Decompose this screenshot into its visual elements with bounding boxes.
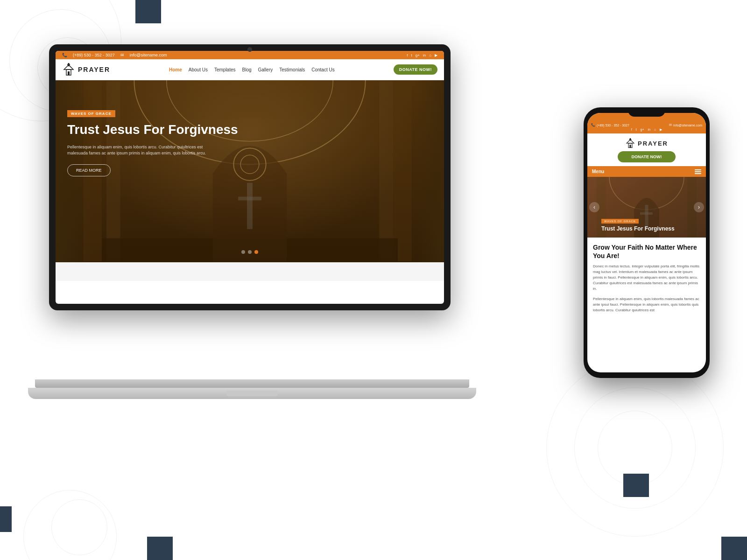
hamburger-line-2 bbox=[695, 171, 701, 172]
hamburger-line-1 bbox=[695, 169, 701, 170]
nav-gallery[interactable]: Gallery bbox=[258, 67, 273, 72]
p-twitter-icon[interactable]: t bbox=[636, 128, 637, 132]
phone-topbar-row1: 📞 (+89) 530 - 352 - 3027 ✉ info@sitename… bbox=[591, 123, 702, 127]
phone-logo-text: PRAYER bbox=[638, 140, 668, 147]
hero-pagination bbox=[241, 250, 258, 254]
hamburger-icon[interactable] bbox=[695, 169, 701, 174]
phone-church-icon bbox=[625, 138, 635, 148]
deco-circle-4 bbox=[546, 359, 724, 537]
phone-topbar-phone: 📞 (+89) 530 - 352 - 3027 bbox=[591, 123, 629, 127]
hero-dot-2[interactable] bbox=[248, 250, 252, 254]
laptop-device: 📞 (+89) 530 - 352 - 3027 ✉ info@sitename… bbox=[49, 44, 455, 399]
mail-icon: ✉ bbox=[669, 123, 672, 127]
read-more-button[interactable]: READ MORE bbox=[67, 164, 111, 176]
laptop-site-topbar: 📞 (+89) 530 - 352 - 3027 ✉ info@sitename… bbox=[56, 51, 444, 59]
svg-rect-27 bbox=[640, 212, 653, 215]
phone-content-area: Grow Your Faith No Matter Where You Are!… bbox=[587, 238, 706, 323]
site-logo: PRAYER bbox=[62, 63, 110, 76]
laptop-body: 📞 (+89) 530 - 352 - 3027 ✉ info@sitename… bbox=[49, 44, 451, 310]
p-gplus-icon[interactable]: g+ bbox=[641, 128, 644, 132]
phone-hero-prev-arrow[interactable]: ‹ bbox=[589, 202, 599, 212]
logo-text: PRAYER bbox=[78, 66, 110, 73]
phone-menu-bar: Menu bbox=[587, 166, 706, 177]
laptop-site-nav: PRAYER Home About Us Templates Blog Gall… bbox=[56, 59, 444, 80]
phone-logo-area: PRAYER DONATE NOW! bbox=[587, 133, 706, 166]
phone-body: 📞 (+89) 530 - 352 - 3027 ✉ info@sitename… bbox=[584, 107, 710, 378]
decorative-rect-2 bbox=[0, 506, 12, 532]
phone-content-text-2: Pellentesque in aliquam enim, quis lobor… bbox=[593, 296, 700, 313]
svg-rect-21 bbox=[629, 145, 631, 147]
hero-badge: WAVES OF GRACE bbox=[67, 110, 115, 117]
hero-title: Trust Jesus For Forgivness bbox=[67, 122, 238, 138]
nav-testimonials[interactable]: Testimonials bbox=[279, 67, 305, 72]
svg-rect-12 bbox=[238, 196, 261, 200]
phone-menu-label[interactable]: Menu bbox=[592, 169, 604, 174]
nav-contact[interactable]: Contact Us bbox=[311, 67, 334, 72]
p-rss-icon[interactable]: ⌂ bbox=[654, 128, 656, 132]
laptop-hero: WAVES OF GRACE Trust Jesus For Forgivnes… bbox=[56, 80, 444, 262]
phone-hero: ‹ › WAVES OF GRACE Trust Jesus For Forgi… bbox=[587, 177, 706, 238]
hamburger-line-3 bbox=[695, 173, 701, 174]
topbar-phone: (+89) 530 - 352 - 3027 bbox=[73, 53, 115, 57]
svg-rect-9 bbox=[393, 81, 412, 261]
laptop-camera bbox=[247, 47, 252, 52]
twitter-icon[interactable]: t bbox=[411, 53, 412, 57]
laptop-screen: 📞 (+89) 530 - 352 - 3027 ✉ info@sitename… bbox=[56, 51, 444, 304]
svg-rect-3 bbox=[67, 64, 70, 65]
phone-screen: 📞 (+89) 530 - 352 - 3027 ✉ info@sitename… bbox=[587, 113, 706, 372]
topbar-social: f t g+ in ⌂ ▶ bbox=[407, 53, 437, 57]
hero-dot-3[interactable] bbox=[254, 250, 258, 254]
hero-dot-1[interactable] bbox=[241, 250, 245, 254]
svg-rect-11 bbox=[247, 183, 253, 229]
facebook-icon[interactable]: f bbox=[407, 53, 408, 57]
phone-topbar-email: ✉ info@sitename.com bbox=[669, 123, 702, 127]
nav-home[interactable]: Home bbox=[169, 67, 182, 72]
laptop-base bbox=[28, 388, 476, 399]
p-facebook-icon[interactable]: f bbox=[631, 128, 632, 132]
nav-links: Home About Us Templates Blog Gallery Tes… bbox=[169, 67, 335, 72]
topbar-left: 📞 (+89) 530 - 352 - 3027 ✉ info@sitename… bbox=[62, 53, 167, 57]
nav-templates[interactable]: Templates bbox=[214, 67, 236, 72]
phone-hero-title: Trust Jesus For Forgivness bbox=[601, 225, 675, 232]
topbar-email: info@sitename.com bbox=[130, 53, 167, 57]
decorative-rect-4 bbox=[721, 537, 747, 560]
phone-notch bbox=[628, 107, 665, 117]
phone-device: 📞 (+89) 530 - 352 - 3027 ✉ info@sitename… bbox=[584, 107, 710, 378]
phone-hero-badge: WAVES OF GRACE bbox=[601, 219, 639, 224]
hero-content: WAVES OF GRACE Trust Jesus For Forgivnes… bbox=[67, 108, 238, 176]
decorative-rect-5 bbox=[147, 537, 173, 560]
phone-content-text-1: Donec in metus lectus. Integer vulputate… bbox=[593, 264, 700, 292]
phone-hero-next-arrow[interactable]: › bbox=[694, 202, 704, 212]
laptop-hinge bbox=[35, 379, 469, 388]
laptop-donate-button[interactable]: DONATE NOW! bbox=[394, 64, 437, 75]
phone-icon: 📞 bbox=[62, 53, 67, 57]
svg-rect-16 bbox=[287, 238, 398, 262]
decorative-rect-1 bbox=[135, 0, 161, 23]
phone-donate-button[interactable]: DONATE NOW! bbox=[618, 151, 676, 162]
phone-topbar-social: f t g+ in ⌂ ▶ bbox=[591, 128, 702, 132]
svg-rect-4 bbox=[68, 71, 70, 75]
nav-blog[interactable]: Blog bbox=[242, 67, 252, 72]
church-logo-icon bbox=[62, 63, 75, 76]
email-icon: ✉ bbox=[120, 53, 124, 57]
rss-icon[interactable]: ⌂ bbox=[429, 53, 431, 57]
google-plus-icon[interactable]: g+ bbox=[416, 53, 420, 57]
laptop-footer bbox=[56, 262, 444, 281]
p-youtube-icon[interactable]: ▶ bbox=[660, 128, 662, 132]
svg-rect-15 bbox=[102, 238, 213, 262]
phone-icon: 📞 bbox=[591, 123, 595, 127]
svg-rect-20 bbox=[629, 139, 632, 140]
linkedin-icon[interactable]: in bbox=[423, 53, 426, 57]
phone-content-title: Grow Your Faith No Matter Where You Are! bbox=[593, 243, 700, 260]
laptop-trackpad bbox=[226, 391, 278, 396]
decorative-rect-3 bbox=[623, 474, 649, 497]
phone-hero-content: WAVES OF GRACE Trust Jesus For Forgivnes… bbox=[601, 216, 675, 232]
phone-logo: PRAYER bbox=[625, 138, 668, 148]
nav-about[interactable]: About Us bbox=[189, 67, 208, 72]
youtube-icon[interactable]: ▶ bbox=[435, 53, 437, 57]
deco-circle-8 bbox=[51, 499, 107, 555]
deco-circle-7 bbox=[23, 490, 117, 560]
p-linkedin-icon[interactable]: in bbox=[648, 128, 650, 132]
svg-rect-10 bbox=[379, 81, 393, 261]
hero-text: Pellentesque in aliquam enim, quis lobor… bbox=[67, 144, 217, 157]
